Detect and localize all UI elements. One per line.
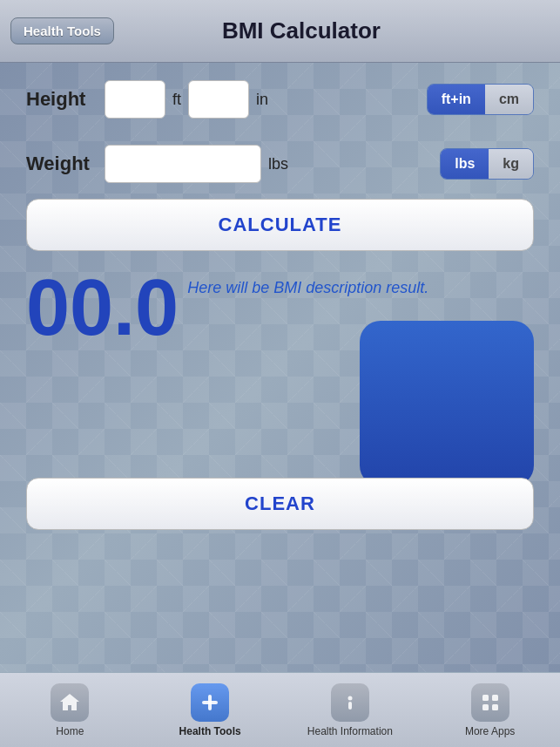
tab-more-apps[interactable]: More Apps (420, 673, 560, 747)
bmi-visual-block (360, 321, 534, 486)
main-content: Height ft in ft+in cm Weight lbs lbs kg … (0, 63, 560, 672)
svg-rect-1 (208, 695, 212, 710)
bmi-description: Here will be BMI description result. (187, 277, 534, 299)
svg-rect-7 (492, 704, 498, 710)
tab-health-tools-label: Health Tools (179, 725, 241, 737)
height-label: Height (26, 88, 105, 111)
health-information-icon (331, 683, 369, 722)
weight-unit: lbs (268, 155, 288, 173)
height-ft-input[interactable] (105, 80, 165, 119)
weight-unit-toggle: lbs kg (440, 148, 534, 180)
app-header: Health Tools BMI Calculator (0, 0, 560, 63)
tab-health-information-label: Health Information (307, 725, 393, 737)
tab-health-information[interactable]: Health Information (280, 673, 421, 747)
weight-lbs-button[interactable]: lbs (441, 149, 489, 179)
svg-rect-6 (482, 704, 489, 710)
svg-rect-4 (482, 695, 489, 701)
clear-button[interactable]: CLEAR (26, 478, 534, 530)
tab-health-tools[interactable]: Health Tools (140, 673, 280, 747)
height-in-input[interactable] (188, 80, 249, 119)
svg-rect-3 (348, 702, 352, 710)
health-tools-icon (191, 683, 229, 722)
home-icon (51, 683, 89, 722)
height-unit-toggle: ft+in cm (427, 84, 534, 115)
result-area: 00.0 Here will be BMI description result… (26, 268, 534, 460)
height-in-unit: in (256, 91, 268, 109)
weight-input[interactable] (105, 145, 261, 183)
bmi-description-block: Here will be BMI description result. (187, 268, 534, 308)
tab-bar: Home Health Tools Health Information (0, 672, 560, 747)
weight-kg-button[interactable]: kg (489, 149, 533, 179)
bmi-value: 00.0 (26, 268, 179, 347)
page-title: BMI Calculator (53, 17, 550, 44)
svg-point-2 (347, 696, 352, 700)
more-apps-icon (471, 683, 509, 722)
tab-home-label: Home (56, 725, 84, 737)
height-cm-button[interactable]: cm (485, 85, 533, 114)
height-ftin-button[interactable]: ft+in (428, 85, 485, 114)
tab-home[interactable]: Home (0, 673, 140, 747)
height-ft-unit: ft (172, 91, 181, 109)
svg-rect-5 (492, 695, 498, 701)
weight-row: Weight lbs lbs kg (26, 145, 534, 183)
calculate-button[interactable]: CALCULATE (26, 199, 534, 251)
height-row: Height ft in ft+in cm (26, 80, 534, 119)
tab-more-apps-label: More Apps (465, 725, 515, 737)
weight-label: Weight (26, 153, 105, 175)
